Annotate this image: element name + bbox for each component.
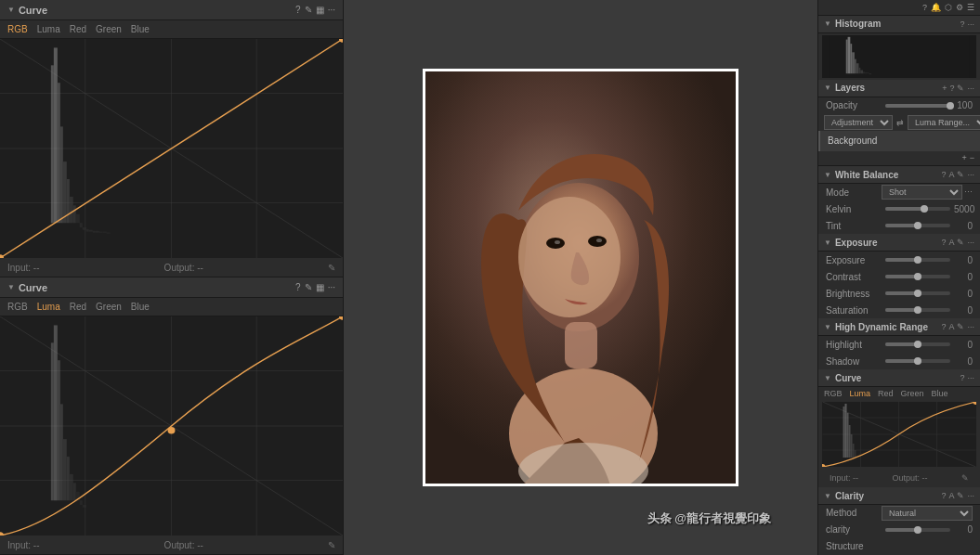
curve1-tab-blue[interactable]: Blue	[131, 24, 150, 34]
histogram-header[interactable]: ▼ Histogram ? ···	[818, 16, 980, 33]
curve1-more-icon[interactable]: ···	[328, 5, 335, 15]
curve2-tab-blue[interactable]: Blue	[131, 302, 150, 312]
wb-kelvin-label: Kelvin	[826, 204, 882, 214]
hdr-help-icon[interactable]: ?	[941, 322, 946, 331]
curve2-collapse-arrow[interactable]: ▼	[7, 283, 15, 291]
curve1-help-icon[interactable]: ?	[295, 5, 301, 15]
exp-edit-icon[interactable]: ✎	[957, 238, 964, 247]
clarity-a-icon[interactable]: A	[948, 491, 954, 500]
layers-more-icon[interactable]: ···	[967, 84, 974, 93]
curve2-edit-icon[interactable]: ✎	[305, 282, 312, 292]
h-help-icon[interactable]: ?	[960, 19, 964, 29]
top-icon-2[interactable]: 🔔	[931, 3, 941, 12]
top-icon-1[interactable]: ?	[922, 3, 927, 12]
top-icon-5[interactable]: ☰	[967, 3, 974, 12]
clarity-help-icon[interactable]: ?	[941, 491, 946, 500]
curve2-tabs: RGB Luma Red Green Blue	[0, 298, 343, 316]
curve2-tab-luma[interactable]: Luma	[37, 302, 60, 312]
h-more-icon[interactable]: ···	[967, 19, 974, 29]
exp-help-icon[interactable]: ?	[941, 238, 946, 247]
curve2-tab-rgb[interactable]: RGB	[7, 302, 28, 312]
r-curve-tab-luma[interactable]: Luma	[850, 389, 871, 398]
wb-help-icon[interactable]: ?	[941, 170, 946, 179]
curve2-tab-red[interactable]: Red	[70, 302, 86, 312]
r-minus-icon[interactable]: −	[970, 153, 974, 162]
exp-contrast-label: Contrast	[826, 272, 882, 282]
clarity-more-icon[interactable]: ···	[967, 491, 974, 500]
r-curve-display[interactable]	[822, 402, 976, 467]
curve1-edit-icon[interactable]: ✎	[305, 5, 312, 15]
r-curve-eyedrop-icon[interactable]: ✎	[961, 473, 973, 483]
curve1-area[interactable]	[0, 39, 343, 258]
curve2-help-icon[interactable]: ?	[295, 282, 301, 292]
r-curve-header[interactable]: ▼ Curve ? ···	[818, 369, 980, 387]
clarity-edit-icon[interactable]: ✎	[957, 491, 964, 500]
clarity-header[interactable]: ▼ Clarity ? A ✎ ···	[818, 487, 980, 505]
curve1-eyedrop-icon[interactable]: ✎	[328, 263, 335, 273]
layers-edit-icon[interactable]: ✎	[957, 84, 964, 93]
curve1-grid-icon[interactable]: ▦	[316, 5, 324, 15]
exp-a-icon[interactable]: A	[948, 238, 954, 247]
exp-contrast-slider[interactable]	[885, 275, 950, 278]
hdr-shadow-slider[interactable]	[885, 359, 950, 363]
exp-more-icon[interactable]: ···	[967, 238, 974, 247]
hdr-header[interactable]: ▼ High Dynamic Range ? A ✎ ···	[818, 318, 980, 336]
clarity-slider[interactable]	[885, 528, 950, 532]
wb-header[interactable]: ▼ White Balance ? A ✎ ···	[818, 166, 980, 184]
curve1-header-icons: ? ✎ ▦ ···	[295, 5, 335, 15]
exp-saturation-slider[interactable]	[885, 308, 950, 312]
wb-tint-slider[interactable]	[885, 224, 950, 227]
hdr-highlight-slider[interactable]	[885, 342, 950, 346]
wb-more-icon[interactable]: ···	[967, 170, 974, 179]
curve1-collapse-arrow[interactable]: ▼	[7, 6, 15, 14]
luma-range-select[interactable]: Luma Range...	[908, 115, 980, 130]
curve2-eyedrop-icon[interactable]: ✎	[328, 540, 335, 550]
exposure-title: Exposure	[835, 238, 942, 248]
wb-kelvin-slider[interactable]	[885, 207, 950, 211]
r-curve-tab-green[interactable]: Green	[901, 389, 924, 398]
exposure-header[interactable]: ▼ Exposure ? A ✎ ···	[818, 234, 980, 252]
r-curve-help-icon[interactable]: ?	[960, 373, 964, 382]
curve1-tab-luma[interactable]: Luma	[37, 24, 60, 34]
layers-adj-row: Adjustment ⇄ Luma Range...	[818, 114, 980, 131]
r-curve-tab-blue[interactable]: Blue	[932, 389, 948, 398]
top-icon-4[interactable]: ⚙	[956, 3, 963, 12]
adjustment-select[interactable]: Adjustment	[824, 115, 893, 130]
opacity-slider[interactable]	[885, 104, 950, 108]
wb-mode-label: Mode	[826, 187, 882, 198]
exp-contrast-value: 0	[954, 272, 973, 282]
layers-add-icon[interactable]: +	[942, 84, 947, 93]
layers-header[interactable]: ▼ Layers + ? ✎ ···	[818, 80, 980, 97]
top-icon-3[interactable]: ⬡	[945, 3, 952, 12]
wb-mode-icon[interactable]: ⋯	[964, 187, 973, 197]
hdr-edit-icon[interactable]: ✎	[957, 322, 964, 331]
hdr-a-icon[interactable]: A	[948, 322, 954, 331]
clarity-method-select[interactable]: Natural	[882, 506, 973, 521]
background-layer-item[interactable]: Background	[818, 131, 980, 151]
curve1-tab-red[interactable]: Red	[70, 24, 86, 34]
wb-mode-select[interactable]: Shot	[882, 185, 962, 200]
r-curve-more-icon[interactable]: ···	[967, 373, 974, 382]
wb-a-icon[interactable]: A	[948, 170, 954, 179]
r-add-icon[interactable]: +	[961, 153, 966, 162]
svg-rect-23	[103, 232, 107, 233]
wb-edit-icon[interactable]: ✎	[957, 170, 964, 179]
curve1-tab-green[interactable]: Green	[96, 24, 122, 34]
curve2-area[interactable]	[0, 316, 343, 536]
curve2-more-icon[interactable]: ···	[328, 282, 335, 292]
exp-brightness-slider[interactable]	[885, 291, 950, 295]
svg-rect-40	[70, 474, 73, 500]
r-curve-tab-red[interactable]: Red	[878, 389, 894, 398]
curve2-grid-icon[interactable]: ▦	[316, 282, 324, 292]
curve2-tab-green[interactable]: Green	[96, 302, 122, 312]
curve2-svg	[0, 316, 343, 536]
curve1-tab-rgb[interactable]: RGB	[7, 24, 28, 34]
opacity-label: Opacity	[826, 100, 882, 110]
svg-point-46	[0, 532, 4, 536]
svg-rect-83	[851, 434, 853, 458]
hdr-more-icon[interactable]: ···	[967, 322, 974, 331]
layers-help-icon[interactable]: ?	[949, 84, 954, 93]
exp-exposure-slider[interactable]	[885, 258, 950, 262]
svg-rect-43	[80, 500, 83, 505]
r-curve-tab-rgb[interactable]: RGB	[824, 389, 843, 398]
